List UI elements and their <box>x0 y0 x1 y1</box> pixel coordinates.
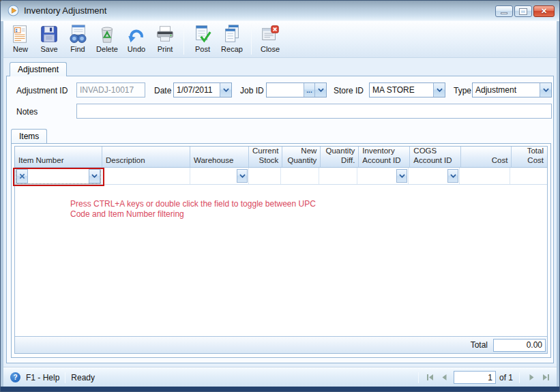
save-floppy-icon <box>39 24 59 44</box>
column-header-current-stock[interactable]: Current Stock <box>249 147 282 167</box>
close-button[interactable]: ✕ <box>533 5 555 17</box>
first-record-button[interactable] <box>425 372 436 383</box>
help-icon: ? <box>10 372 20 382</box>
close-icon: ✕ <box>541 7 547 15</box>
window-controls: ✕ <box>495 5 555 17</box>
item-number-dropdown-button[interactable] <box>89 169 100 183</box>
date-picker[interactable]: 1/07/2011 <box>173 82 232 97</box>
page-number-input[interactable] <box>454 371 496 384</box>
minimize-icon <box>501 12 507 14</box>
undo-button[interactable]: Undo <box>122 23 151 56</box>
close-record-button[interactable]: Close <box>256 23 284 56</box>
notes-field[interactable] <box>76 104 552 119</box>
tab-items-label: Items <box>19 132 39 141</box>
next-record-button[interactable] <box>526 372 537 383</box>
store-id-label: Store ID <box>334 86 364 95</box>
column-header-warehouse[interactable]: Warehouse <box>190 147 249 167</box>
column-header-label: Total Cost <box>515 147 544 166</box>
cogs-account-dropdown-button[interactable] <box>447 169 458 183</box>
maximize-icon <box>520 9 527 14</box>
column-header-label: Cost <box>492 156 508 166</box>
recap-button[interactable]: Recap <box>217 23 247 56</box>
last-record-button[interactable] <box>540 372 551 383</box>
date-dropdown-button[interactable] <box>220 83 231 97</box>
cost-cell[interactable] <box>460 168 510 184</box>
notes-label: Notes <box>16 107 38 117</box>
description-cell[interactable] <box>102 168 190 184</box>
item-number-cell[interactable] <box>15 168 102 184</box>
delete-button-label: Delete <box>96 45 118 53</box>
column-header-description[interactable]: Description <box>102 147 190 167</box>
inventory-account-cell[interactable] <box>357 168 409 184</box>
pager-separator <box>519 372 520 383</box>
quantity-diff-cell[interactable] <box>319 168 357 184</box>
new-button[interactable]: New <box>6 23 35 56</box>
column-header-label: COGS Account ID <box>413 147 452 166</box>
warehouse-cell[interactable] <box>190 168 249 184</box>
window-content: New Save Find Delete <box>3 21 557 387</box>
grid-data-row <box>15 168 547 185</box>
find-button[interactable]: Find <box>63 23 92 56</box>
job-id-dropdown-button[interactable] <box>314 83 326 97</box>
print-button[interactable]: Print <box>151 23 179 56</box>
item-number-input[interactable] <box>28 169 89 183</box>
filter-hint-text: Press CTRL+A keys or double click the fi… <box>70 199 324 220</box>
column-header-label: Description <box>106 156 145 166</box>
store-id-dropdown-button[interactable] <box>433 83 445 97</box>
title-bar[interactable]: Inventory Adjustment ✕ <box>1 1 559 21</box>
store-id-select[interactable]: MA STORE <box>369 82 445 97</box>
help-label: F1 - Help <box>26 373 59 382</box>
delete-recycle-bin-icon <box>97 24 117 44</box>
clear-filter-button[interactable] <box>16 169 28 183</box>
adjustment-id-field[interactable] <box>76 82 145 97</box>
close-record-button-label: Close <box>261 45 280 53</box>
next-record-icon <box>528 374 535 381</box>
last-record-icon <box>542 374 550 381</box>
warehouse-dropdown-button[interactable] <box>237 169 248 183</box>
maximize-button[interactable] <box>514 5 532 17</box>
find-button-label: Find <box>70 45 85 53</box>
job-id-field[interactable]: ... <box>266 82 327 97</box>
status-bar: ? F1 - Help Ready of 1 <box>3 367 557 387</box>
new-quantity-cell[interactable] <box>281 168 319 184</box>
minimize-button[interactable] <box>495 5 513 17</box>
item-number-combobox[interactable] <box>16 169 100 183</box>
column-header-cost[interactable]: Cost <box>461 147 512 167</box>
grid-total-bar: Total 0.00 <box>15 336 547 353</box>
total-cost-cell[interactable] <box>510 168 547 184</box>
tab-adjustment[interactable]: Adjustment <box>10 62 67 76</box>
store-id-value: MA STORE <box>370 85 433 95</box>
current-stock-cell[interactable] <box>249 168 281 184</box>
column-header-label: Item Number <box>18 156 63 166</box>
adjustment-panel: Adjustment ID Date 1/07/2011 Job ID ... … <box>6 76 554 363</box>
save-button-label: Save <box>40 45 57 53</box>
type-select[interactable]: Adjustment <box>472 82 552 97</box>
print-button-label: Print <box>158 45 173 53</box>
column-header-quantity-diff[interactable]: Quantity Diff. <box>321 147 359 167</box>
delete-button[interactable]: Delete <box>92 23 122 56</box>
post-button[interactable]: Post <box>188 23 217 56</box>
cogs-account-cell[interactable] <box>409 168 460 184</box>
toolbar-separator <box>183 25 184 55</box>
column-header-label: Current Stock <box>252 147 278 166</box>
previous-record-button[interactable] <box>439 372 450 383</box>
column-header-total-cost[interactable]: Total Cost <box>512 147 547 167</box>
toolbar-separator <box>251 25 252 55</box>
column-header-cogs-account-id[interactable]: COGS Account ID <box>410 147 461 167</box>
inventory-account-dropdown-button[interactable] <box>396 169 407 183</box>
main-toolbar: New Save Find Delete <box>3 21 557 58</box>
save-button[interactable]: Save <box>35 23 63 56</box>
undo-arrow-icon <box>126 24 147 44</box>
column-header-new-quantity[interactable]: New Quantity <box>282 147 321 167</box>
column-header-inventory-account-id[interactable]: Inventory Account ID <box>359 147 410 167</box>
column-header-label: Quantity Diff. <box>326 147 355 166</box>
job-id-lookup-button[interactable]: ... <box>304 83 314 97</box>
type-dropdown-button[interactable] <box>540 83 551 97</box>
status-text: Ready <box>71 373 95 382</box>
grid-header-row: Item Number Description Warehouse Curren… <box>15 147 547 168</box>
tab-items[interactable]: Items <box>11 129 47 143</box>
column-header-item-number[interactable]: Item Number <box>15 147 102 167</box>
items-grid: Item Number Description Warehouse Curren… <box>14 146 548 354</box>
post-button-label: Post <box>195 45 210 53</box>
page-count-label: of 1 <box>499 373 513 382</box>
